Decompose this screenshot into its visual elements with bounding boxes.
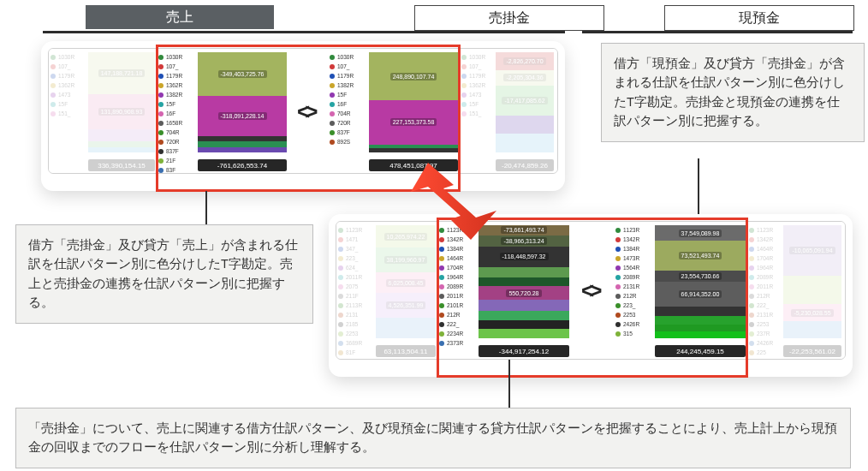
legend-ar-credit-faded: 1030R107_1179R1362R147315F151_ <box>461 52 497 152</box>
legend-sales-credit: 1030R107_1179R1362R1382R15F16F1658R704R7… <box>158 52 194 152</box>
total-ar-debit-faded: 63,113,504.11 <box>376 345 436 357</box>
stack-ar-credit: -73,661,493.74-38,966,313.24-118,448,597… <box>479 225 569 338</box>
total-cash-credit-faded: -22,253,561.02 <box>783 345 841 357</box>
stack-cash-credit-faded: -10,065,091.94-5,230,028.55 <box>783 225 841 338</box>
svg-marker-0 <box>411 163 496 240</box>
stack-ar-credit-faded: -2,826,270.70-2,205,304.36-17,417,085.62 <box>496 52 554 152</box>
total-sales-debit: 336,390,154.15 <box>88 159 155 171</box>
legend-ar-debit: 1030R107_1179R1382R15F16F704R720R837F892… <box>330 52 366 152</box>
stack-ar-debit-faded: 10,265,974.2238,199,960.976,025,008.454,… <box>376 225 436 338</box>
total-cash-debit: 244,245,459.15 <box>655 345 746 357</box>
note-bottom: 「売掛金」について、売上に関連する借方仕訳パターン、及び現預金に関連する貸方仕訳… <box>15 408 851 468</box>
note-right: 借方「現預金」及び貸方「売掛金」が含まれる仕訳を仕訳パターン別に色分けしたT字勘… <box>601 43 865 142</box>
note-left: 借方「売掛金」及び貸方「売上」が含まれる仕訳を仕訳パターン別に色分けしたT字勘定… <box>15 224 313 324</box>
connector-bottom <box>508 360 510 408</box>
divider-right <box>582 31 853 33</box>
connector-right <box>698 158 699 214</box>
stack-ar-debit: 248,890,107.74227,153,373.58 <box>369 52 458 152</box>
total-ar-credit-faded: -20,474,859.26 <box>496 159 554 171</box>
link-arrows-icon: <> <box>297 98 312 124</box>
legend-cash-debit: 1123R1342R1384R1473R1564R2089R2131R212R2… <box>615 225 651 338</box>
stack-sales-debit: 147,188,721.18131,890,908.93 <box>88 52 155 152</box>
legend-sales-debit: 1030R107_1179R1362R147315F151_ <box>51 52 86 152</box>
divider-left <box>43 31 565 33</box>
tab-sales[interactable]: 売上 <box>86 5 274 29</box>
total-ar-credit: -344,917,254.12 <box>479 345 569 357</box>
legend-ar-debit-faded: 1123R1471347_223_624_2011R2075211F2113R2… <box>338 225 374 338</box>
stack-sales-credit: -349,403,725.76-318,091,228.14 <box>198 52 287 152</box>
big-transition-arrow-icon <box>411 163 496 240</box>
t-account-cash-panel: 1123R1471347_223_624_2011R2075211F2113R2… <box>329 214 853 377</box>
total-sales-credit: -761,626,553.74 <box>198 159 287 171</box>
tab-cash[interactable]: 現預金 <box>664 5 854 31</box>
tab-ar[interactable]: 売掛金 <box>414 5 604 31</box>
connector-left <box>205 191 207 224</box>
stack-cash-debit: 37,549,089.9873,521,493.7423,554,730.666… <box>655 225 746 338</box>
legend-cash-credit-faded: 1123R1342R1464R1704R1964R2089R2011R212R2… <box>749 225 785 338</box>
legend-ar-credit: 1123R1342R1384R1464R1704R1964R2089R2011R… <box>439 225 475 338</box>
link-arrows-icon: <> <box>581 277 597 304</box>
